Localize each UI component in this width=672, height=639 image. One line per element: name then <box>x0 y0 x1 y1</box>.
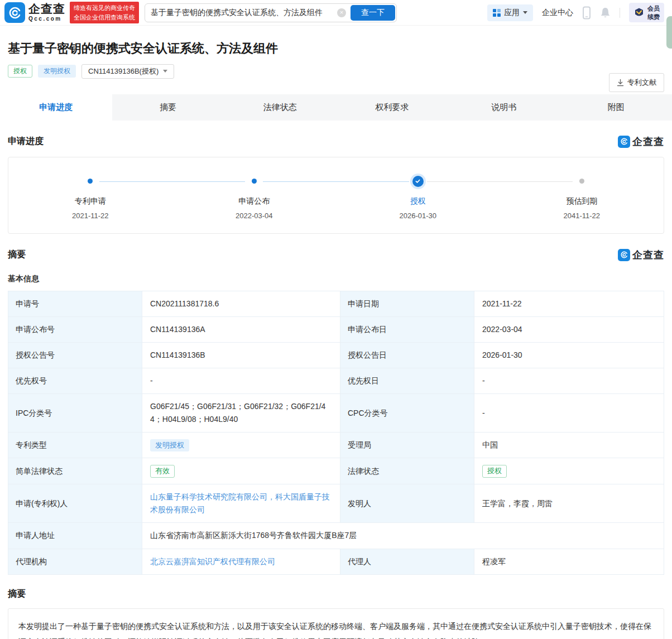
tab-bar: 申请进度 摘要 法律状态 权利要求 说明书 附图 <box>0 94 672 121</box>
notifications-button[interactable] <box>600 7 611 19</box>
patent-document-button[interactable]: 专利文献 <box>609 73 664 92</box>
timeline-dot <box>252 179 257 184</box>
search-bar: × 查一下 <box>145 3 397 22</box>
qcc-watermark-icon <box>618 136 630 148</box>
progress-timeline: 专利申请 2021-11-22 申请公布 2022-03-04 授权 2026-… <box>8 157 664 234</box>
mobile-app-button[interactable] <box>582 6 591 20</box>
qcc-watermark: 企查查 <box>618 135 664 148</box>
patent-type-badge: 发明授权 <box>38 65 76 78</box>
grant-status-badge: 授权 <box>482 465 507 478</box>
table-row: 专利类型 发明授权 受理局 中国 <box>8 433 664 458</box>
tab-summary[interactable]: 摘要 <box>112 94 224 121</box>
chevron-down-icon <box>163 70 167 73</box>
header-divider <box>620 8 620 18</box>
logo-domain: Qcc.com <box>28 16 65 22</box>
agency-link[interactable]: 北京云嘉湃富知识产权代理有限公司 <box>150 557 275 566</box>
brand-slogan: 缔造有远见的商业传奇 全国企业信用查询系统 <box>70 2 139 23</box>
tab-figures[interactable]: 附图 <box>560 94 672 121</box>
logo-name: 企查查 <box>28 3 65 15</box>
search-input[interactable] <box>147 8 337 17</box>
checkmark-icon <box>412 176 424 187</box>
patent-number-dropdown[interactable]: CN114139136B(授权) <box>81 64 174 79</box>
qcc-logo-icon <box>4 2 25 23</box>
table-row: 代理机构 北京云嘉湃富知识产权代理有限公司 代理人 程凌军 <box>8 549 664 574</box>
qcc-logo[interactable]: 企查查 Qcc.com <box>4 2 65 23</box>
page-title: 基于量子密钥的便携式安全认证系统、方法及组件 <box>8 40 664 57</box>
search-button[interactable]: 查一下 <box>351 5 395 21</box>
tab-legal-status[interactable]: 法律状态 <box>224 94 336 121</box>
enterprise-center-link[interactable]: 企业中心 <box>542 8 573 18</box>
applicant-link[interactable]: 山东量子科学技术研究院有限公司，科大国盾量子技术股份有限公司 <box>150 492 330 514</box>
basic-info-table: 申请号 CN202111381718.6 申请日期 2021-11-22 申请公… <box>8 291 664 575</box>
member-label-1: 会员 <box>647 4 660 13</box>
member-crown-icon <box>633 7 645 18</box>
chevron-down-icon <box>523 11 527 14</box>
tab-application-progress[interactable]: 申请进度 <box>0 94 112 121</box>
grid-icon <box>493 9 501 17</box>
patent-number: CN114139136B(授权) <box>88 66 159 76</box>
abstract-section-title: 摘要 <box>0 588 672 600</box>
bell-icon <box>600 7 611 19</box>
patent-type-badge: 发明授权 <box>150 439 189 451</box>
table-row: 简单法律状态 有效 法律状态 授权 <box>8 458 664 484</box>
table-row: 申请人地址 山东省济南市高新区新泺大街1768号齐鲁软件园大厦B座7层 <box>8 523 664 549</box>
apps-label: 应用 <box>504 8 520 18</box>
table-row: 申请(专利权)人 山东量子科学技术研究院有限公司，科大国盾量子技术股份有限公司 … <box>8 484 664 523</box>
table-row: 授权公告号 CN114139136B 授权公告日 2026-01-30 <box>8 342 664 368</box>
summary-section-title: 摘要 <box>8 249 26 261</box>
tab-claims[interactable]: 权利要求 <box>336 94 448 121</box>
phone-icon <box>582 6 591 20</box>
clear-search-icon[interactable]: × <box>337 8 346 17</box>
table-row: 申请号 CN202111381718.6 申请日期 2021-11-22 <box>8 291 664 316</box>
abstract-text: 本发明提出了一种基于量子密钥的便携式安全认证系统和方法，以及用于该安全认证系统的… <box>8 608 664 639</box>
apps-menu-button[interactable]: 应用 <box>487 4 533 21</box>
table-row: 申请公布号 CN114139136A 申请公布日 2022-03-04 <box>8 316 664 342</box>
valid-status-badge: 有效 <box>150 465 175 478</box>
tab-description[interactable]: 说明书 <box>448 94 560 121</box>
member-label-2: 续费 <box>647 13 660 21</box>
member-renew-button[interactable]: 会员 续费 <box>629 3 664 23</box>
timeline-dot <box>88 179 93 184</box>
qcc-watermark: 企查查 <box>618 248 664 262</box>
timeline-dot <box>579 179 584 184</box>
milestone-estimated-expiry: 预估到期 2041-11-22 <box>500 175 664 220</box>
table-row: 优先权号 - 优先权日 - <box>8 368 664 393</box>
qcc-watermark-icon <box>618 249 630 261</box>
top-header: 企查查 Qcc.com 缔造有远见的商业传奇 全国企业信用查询系统 × 查一下 … <box>0 0 672 26</box>
progress-section-title: 申请进度 <box>8 136 44 147</box>
grant-status-badge: 授权 <box>8 65 32 78</box>
download-icon <box>617 79 624 87</box>
basic-info-label: 基本信息 <box>0 274 672 284</box>
table-row: IPC分类号 G06F21/45；G06F21/31；G06F21/32；G06… <box>8 394 664 433</box>
